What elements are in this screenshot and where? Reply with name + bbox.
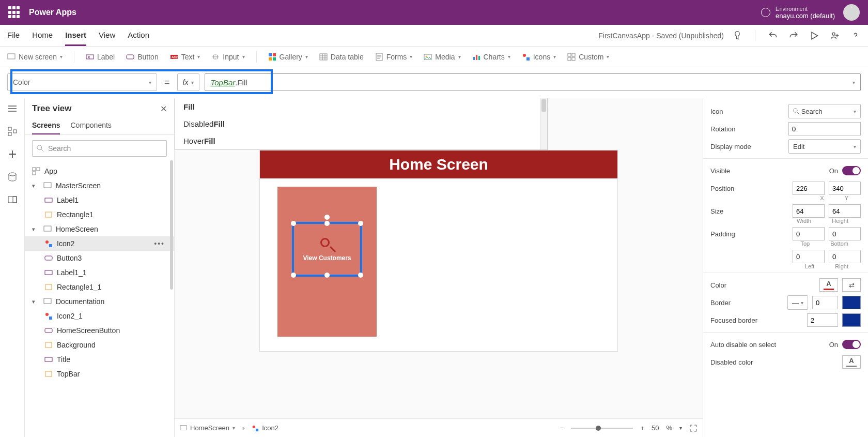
- menu-insert[interactable]: Insert: [65, 25, 86, 46]
- prop-visible-value: On: [829, 167, 838, 175]
- ribbon-input[interactable]: Input▾: [211, 53, 244, 61]
- ribbon-text[interactable]: Abc Text▾: [170, 53, 200, 61]
- prop-icon-dropdown[interactable]: Search ▾: [788, 104, 861, 118]
- tree-item-rectangle1[interactable]: Rectangle1: [25, 207, 174, 222]
- avatar[interactable]: [843, 4, 860, 21]
- prop-border-style[interactable]: —▾: [787, 295, 808, 310]
- canvas-frame[interactable]: Home Screen View Customers: [259, 150, 618, 352]
- tools-icon[interactable]: [7, 217, 18, 228]
- share-icon[interactable]: [830, 31, 840, 41]
- resize-handle[interactable]: [324, 273, 330, 278]
- ribbon-charts[interactable]: Charts▾: [472, 53, 510, 61]
- environment-picker[interactable]: Environment enayu.com (default): [761, 6, 835, 20]
- media-rail-icon[interactable]: [7, 194, 18, 205]
- tree-item-documentation[interactable]: ▾ Documentation: [25, 294, 174, 309]
- resize-handle[interactable]: [291, 221, 296, 226]
- prop-size-w[interactable]: [793, 204, 825, 218]
- prop-size-h[interactable]: [829, 204, 861, 218]
- resize-handle[interactable]: [358, 273, 363, 278]
- tree-item-title[interactable]: Title: [25, 352, 174, 367]
- menu-view[interactable]: View: [99, 25, 115, 46]
- more-icon[interactable]: •••: [154, 239, 165, 248]
- menu-action[interactable]: Action: [128, 25, 149, 46]
- prop-visible-toggle[interactable]: [842, 166, 861, 175]
- formula-input[interactable]: TopBar.Fill ▾: [205, 73, 861, 91]
- prop-color-swap[interactable]: ⇄: [842, 278, 861, 292]
- tree-item-app[interactable]: App: [25, 164, 174, 178]
- tree-item-masterscreen[interactable]: ▾ MasterScreen: [25, 178, 174, 193]
- selected-icon-control[interactable]: View Customers: [292, 222, 362, 277]
- ribbon-media[interactable]: Media▾: [424, 53, 460, 61]
- tree-item-homescreenbutton[interactable]: HomeScreenButton: [25, 323, 174, 338]
- tree-item-icon2-1[interactable]: Icon2_1: [25, 309, 174, 323]
- autocomplete-scrollbar[interactable]: [540, 98, 547, 149]
- scrollbar[interactable]: [170, 160, 173, 290]
- fit-icon[interactable]: [689, 424, 698, 432]
- tree-view-icon[interactable]: [7, 126, 18, 137]
- zoom-out[interactable]: −: [560, 424, 564, 432]
- ribbon-gallery[interactable]: Gallery▾: [268, 53, 308, 61]
- prop-rotation-input[interactable]: [788, 122, 861, 135]
- rotate-handle[interactable]: [324, 215, 330, 220]
- svg-point-17: [523, 54, 526, 57]
- zoom-slider[interactable]: [571, 428, 633, 429]
- autocomplete-item[interactable]: DisabledFill: [175, 115, 547, 132]
- tab-components[interactable]: Components: [70, 117, 111, 134]
- prop-displaymode-dropdown[interactable]: Edit ▾: [788, 139, 861, 154]
- insert-rail-icon[interactable]: [7, 149, 18, 159]
- resize-handle[interactable]: [324, 221, 330, 226]
- property-dropdown[interactable]: Color ▾: [7, 73, 157, 91]
- redo-icon[interactable]: [788, 31, 799, 41]
- card-rectangle[interactable]: View Customers: [277, 187, 377, 337]
- tab-screens[interactable]: Screens: [32, 117, 60, 134]
- ribbon-new-screen[interactable]: New screen▾: [7, 53, 63, 61]
- app-checker-icon[interactable]: [732, 31, 742, 41]
- prop-border-width[interactable]: [812, 296, 838, 309]
- prop-padding-t[interactable]: [793, 227, 825, 240]
- tree-item-button3[interactable]: Button3: [25, 251, 174, 265]
- ribbon-datatable[interactable]: Data table: [319, 53, 364, 61]
- prop-padding-b[interactable]: [829, 227, 861, 240]
- prop-position-y[interactable]: [829, 182, 861, 195]
- menu-home[interactable]: Home: [32, 25, 53, 46]
- prop-padding-l[interactable]: [793, 250, 825, 263]
- data-icon[interactable]: [7, 172, 18, 182]
- prop-focusedborder-width[interactable]: [807, 313, 838, 327]
- prop-color-button[interactable]: A: [819, 278, 838, 292]
- prop-padding-r[interactable]: [829, 250, 861, 263]
- ribbon-label[interactable]: Label: [86, 53, 115, 61]
- breadcrumb-control[interactable]: Icon2: [252, 424, 278, 432]
- zoom-in[interactable]: +: [640, 424, 644, 432]
- tree-item-label1-1[interactable]: Label1_1: [25, 265, 174, 280]
- ribbon-button[interactable]: Button: [126, 53, 158, 61]
- tree-item-icon2[interactable]: Icon2 •••: [25, 236, 174, 251]
- tree-item-background[interactable]: Background: [25, 338, 174, 352]
- tree-item-label1[interactable]: Label1: [25, 193, 174, 207]
- prop-focusedborder-color[interactable]: [842, 313, 861, 327]
- breadcrumb-screen[interactable]: HomeScreen ▾: [180, 424, 235, 432]
- ribbon-icons[interactable]: Icons▾: [522, 53, 556, 61]
- ribbon-custom[interactable]: Custom▾: [567, 53, 609, 61]
- prop-border-color[interactable]: [842, 296, 861, 309]
- tree-item-topbar[interactable]: TopBar: [25, 367, 174, 381]
- tree-item-rectangle1-1[interactable]: Rectangle1_1: [25, 280, 174, 294]
- prop-position-x[interactable]: [793, 182, 825, 195]
- prop-autodisable-toggle[interactable]: [842, 340, 861, 349]
- waffle-icon[interactable]: [8, 6, 21, 19]
- prop-disabledcolor-button[interactable]: A: [842, 355, 861, 369]
- menu-file[interactable]: File: [7, 25, 20, 46]
- help-icon[interactable]: [850, 31, 861, 41]
- autocomplete-item[interactable]: HoverFill: [175, 132, 547, 149]
- tree-item-homescreen[interactable]: ▾ HomeScreen: [25, 222, 174, 236]
- fx-dropdown[interactable]: fx ▾: [177, 73, 200, 91]
- chevron-down-icon[interactable]: ▾: [679, 425, 682, 431]
- undo-icon[interactable]: [768, 31, 778, 41]
- hamburger-icon[interactable]: [7, 103, 18, 114]
- resize-handle[interactable]: [291, 273, 296, 278]
- ribbon-forms[interactable]: Forms▾: [375, 53, 413, 61]
- play-icon[interactable]: [809, 31, 819, 41]
- close-icon[interactable]: ✕: [160, 104, 167, 114]
- tree-search[interactable]: Search: [32, 140, 167, 157]
- resize-handle[interactable]: [358, 221, 363, 226]
- autocomplete-item[interactable]: Fill: [175, 98, 547, 115]
